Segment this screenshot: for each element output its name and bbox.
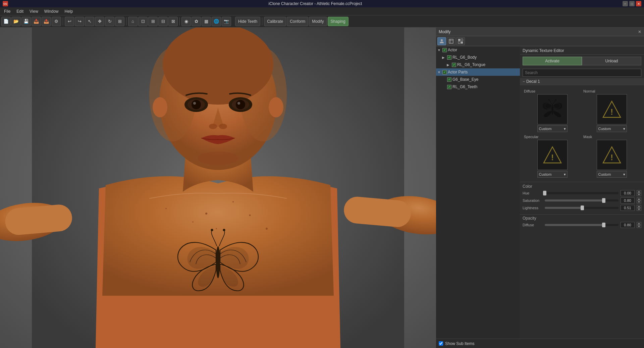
modify-close-button[interactable]: ✕ — [638, 30, 641, 34]
normal-dropdown[interactable]: Custom ▾ — [597, 125, 627, 132]
zoom-button[interactable]: ⊞ — [148, 17, 158, 26]
menu-view[interactable]: View — [27, 8, 41, 14]
menu-file[interactable]: File — [1, 8, 13, 14]
calibrate-button[interactable]: Calibrate — [264, 17, 286, 26]
diffuse-preview[interactable] — [537, 94, 568, 124]
lightness-up-button[interactable]: ▲ — [637, 205, 641, 208]
show-sub-items-checkbox[interactable] — [439, 341, 443, 346]
search-input[interactable] — [523, 69, 641, 77]
wire-button[interactable]: ⊠ — [168, 17, 178, 26]
menu-help[interactable]: Help — [62, 8, 76, 14]
diffuse-dropdown-arrow: ▾ — [564, 127, 566, 131]
new-button[interactable]: 📄 — [1, 17, 11, 26]
eye-checkbox[interactable]: ✓ — [447, 77, 451, 82]
hue-slider[interactable] — [545, 192, 619, 194]
menu-window[interactable]: Window — [42, 8, 61, 14]
import-button[interactable]: 📥 — [32, 17, 41, 26]
specular-dropdown[interactable]: Custom ▾ — [537, 171, 568, 178]
lightness-slider[interactable] — [545, 207, 619, 209]
saturation-value[interactable]: 0.80 — [621, 197, 635, 204]
saturation-slider[interactable] — [545, 199, 619, 201]
activate-button[interactable]: Activate — [523, 57, 582, 65]
tab-texture-icon[interactable] — [447, 37, 455, 45]
body-checkbox[interactable]: ✓ — [447, 55, 451, 60]
tab-checker-icon[interactable] — [456, 37, 465, 45]
hue-row: Hue 0.00 ▲ ▼ — [523, 190, 641, 196]
tree-item-body[interactable]: ▶ ✓ RL_G6_Body — [436, 54, 520, 61]
camera-button[interactable]: 📷 — [222, 17, 231, 26]
opacity-diffuse-slider[interactable] — [545, 224, 619, 226]
tree-item-teeth[interactable]: ▶ ✓ RL_G6_Teeth — [436, 83, 520, 91]
tree-item-actor-parts[interactable]: ▼ ✓ Actor Parts — [436, 68, 520, 76]
menu-edit[interactable]: Edit — [14, 8, 26, 14]
tree-item-tongue[interactable]: ▶ ✓ RL_G6_Tongue — [436, 61, 520, 68]
rotate-button[interactable]: ↻ — [105, 17, 114, 26]
lightness-down-button[interactable]: ▼ — [637, 208, 641, 211]
tree-item-actor[interactable]: ▼ ✓ Actor — [436, 46, 520, 54]
svg-point-31 — [216, 228, 217, 229]
morph-button[interactable]: ◉ — [181, 17, 191, 26]
saturation-down-button[interactable]: ▼ — [637, 200, 641, 204]
svg-point-44 — [555, 99, 556, 100]
modify-tabs — [436, 36, 644, 46]
move-button[interactable]: ✥ — [95, 17, 104, 26]
svg-point-27 — [192, 221, 194, 223]
globe-button[interactable]: 🌐 — [212, 17, 221, 26]
mask-preview[interactable]: ! — [597, 140, 627, 170]
hue-down-button[interactable]: ▼ — [637, 193, 641, 196]
minimize-button[interactable]: − — [623, 1, 628, 6]
opacity-diffuse-value[interactable]: 0.80 — [621, 222, 635, 228]
redo-button[interactable]: ↪ — [75, 17, 84, 26]
save-button[interactable]: 💾 — [21, 17, 31, 26]
svg-point-20 — [269, 97, 283, 117]
cloth-button[interactable]: ▦ — [202, 17, 211, 26]
hue-up-button[interactable]: ▲ — [637, 190, 641, 193]
bottom-spacer — [520, 231, 644, 245]
unload-label: Unload — [605, 59, 618, 63]
actor-parts-checkbox[interactable]: ✓ — [442, 70, 447, 74]
calibrate-label: Calibrate — [267, 19, 283, 24]
home-button[interactable]: ⌂ — [128, 17, 138, 26]
hide-teeth-button[interactable]: Hide Teeth — [235, 17, 260, 26]
hue-thumb[interactable] — [543, 191, 546, 195]
shaping-button[interactable]: Shaping — [328, 17, 348, 26]
svg-point-22 — [216, 246, 220, 278]
specular-preview[interactable]: ! — [537, 140, 568, 170]
hue-value[interactable]: 0.00 — [621, 190, 635, 196]
conform-button[interactable]: Conform — [287, 17, 308, 26]
export-button[interactable]: 📤 — [42, 17, 51, 26]
opacity-diffuse-down-button[interactable]: ▼ — [637, 225, 641, 228]
diffuse-dropdown[interactable]: Custom ▾ — [537, 125, 568, 132]
grid-button[interactable]: ⊟ — [158, 17, 168, 26]
lightness-value[interactable]: 0.51 — [621, 205, 635, 211]
unload-button[interactable]: Unload — [582, 57, 641, 65]
actor-checkbox[interactable]: ✓ — [442, 48, 447, 52]
scale-button[interactable]: ⊞ — [115, 17, 124, 26]
modify-button[interactable]: Modify — [309, 17, 327, 26]
saturation-up-button[interactable]: ▲ — [637, 197, 641, 200]
tongue-arrow: ▶ — [447, 63, 451, 67]
pose-button[interactable]: ✿ — [192, 17, 201, 26]
tree-item-eye[interactable]: ▶ ✓ G6_Base_Eye — [436, 76, 520, 83]
settings-button[interactable]: ⚙ — [52, 17, 61, 26]
opacity-diffuse-up-button[interactable]: ▲ — [637, 222, 641, 225]
mask-dropdown[interactable]: Custom ▾ — [597, 171, 627, 178]
tab-actor-icon[interactable] — [437, 37, 446, 45]
lightness-thumb[interactable] — [581, 206, 584, 210]
tongue-checkbox[interactable]: ✓ — [452, 63, 456, 67]
character-view — [0, 27, 436, 348]
svg-rect-38 — [458, 42, 460, 44]
close-button[interactable]: ✕ — [636, 1, 641, 6]
dte-search — [523, 69, 641, 77]
normal-preview[interactable]: ! — [597, 94, 627, 124]
opacity-diffuse-thumb[interactable] — [602, 223, 605, 227]
open-button[interactable]: 📂 — [11, 17, 21, 26]
svg-point-30 — [266, 228, 268, 230]
saturation-thumb[interactable] — [602, 198, 605, 203]
maximize-button[interactable]: □ — [629, 1, 635, 6]
select-button[interactable]: ↖ — [85, 17, 94, 26]
undo-button[interactable]: ↩ — [65, 17, 74, 26]
teeth-checkbox[interactable]: ✓ — [447, 85, 451, 89]
viewport[interactable] — [0, 27, 436, 348]
frame-button[interactable]: ⊡ — [138, 17, 148, 26]
